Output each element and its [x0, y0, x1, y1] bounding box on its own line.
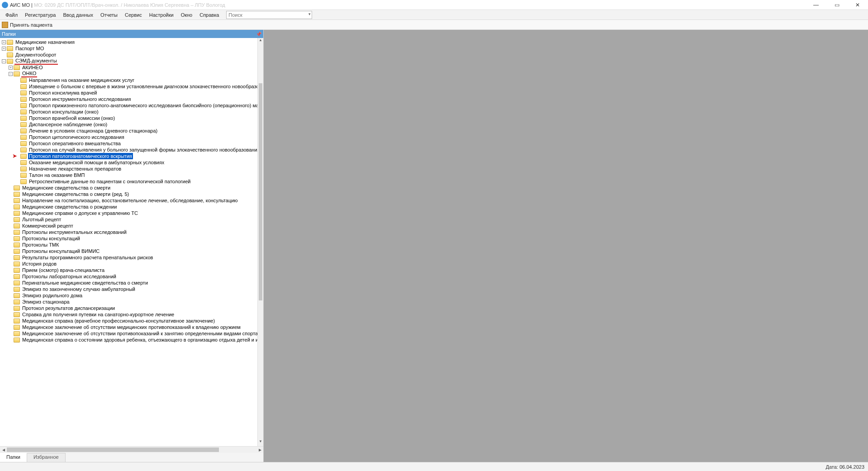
tree-row[interactable]: −ОНКО — [0, 71, 257, 77]
tree-item-label[interactable]: Медицинские справки о допуске к управлен… — [21, 210, 139, 216]
tree-item-label[interactable]: Оказание медицинской помощи в амбулаторн… — [28, 159, 165, 166]
menu-data-entry[interactable]: Ввод данных — [59, 11, 97, 19]
tree-item-label[interactable]: Льготный рецепт — [21, 216, 62, 223]
tree-row[interactable]: +АКИНЕО — [0, 64, 257, 71]
tree-item-label[interactable]: Паспорт МО — [14, 45, 45, 52]
tree-row[interactable]: Медицинская справка (врачебное профессио… — [0, 318, 257, 324]
maximize-button[interactable]: ▭ — [826, 0, 847, 10]
scroll-thumb[interactable] — [259, 83, 262, 300]
tree-row[interactable]: Медицинские свидетельства о рождении — [0, 204, 257, 210]
tree-item-label[interactable]: АКИНЕО — [21, 64, 44, 71]
tree-item-label[interactable]: СЭМД-документы — [14, 57, 58, 65]
tree-item-label[interactable]: Направления на оказание медицинских услу… — [28, 77, 135, 83]
tree-row[interactable]: Протокол результатов диспансеризации — [0, 305, 257, 311]
tree-item-label[interactable]: Эпикриз родильного дома — [21, 292, 83, 299]
tree-row[interactable]: Документооборот — [0, 52, 257, 58]
collapse-icon[interactable]: − — [2, 59, 6, 63]
accept-patient-icon[interactable] — [2, 22, 8, 28]
tree-row[interactable]: Извещение о больном с впервые в жизни ус… — [0, 83, 257, 90]
tree-item-label[interactable]: Справка для получения путевки на санатор… — [21, 311, 175, 318]
tree-row[interactable]: История родов — [0, 261, 257, 267]
tree-item-label[interactable]: Медицинская справка (врачебное профессио… — [21, 318, 216, 324]
tree-row[interactable]: Протокол прижизненного патолого-анатомич… — [0, 102, 257, 109]
tree-item-label[interactable]: Медицинские свидетельства о смерти — [21, 185, 111, 191]
tree-row[interactable]: Медицинская справка о состоянии здоровья… — [0, 337, 257, 343]
expand-icon[interactable]: + — [9, 66, 13, 70]
tree-item-label[interactable]: Перинатальные медицинские свидетельства … — [21, 280, 149, 286]
tree-row[interactable]: Протокол консультации (онко) — [0, 109, 257, 115]
tree-item-label[interactable]: Протоколы инструментальных исследований — [21, 229, 128, 235]
tree-item-label[interactable]: Прием (осмотр) врача-специалиста — [21, 267, 105, 273]
menu-reports[interactable]: Отчеты — [97, 11, 121, 19]
tree-row[interactable]: Эпикриз по законченному случаю амбулатор… — [0, 286, 257, 292]
hscroll-thumb[interactable] — [7, 447, 219, 452]
tree-item-label[interactable]: Протокол консультации (онко) — [28, 109, 100, 115]
tree-item-label[interactable]: Протоколы консультаций ВИМИС — [21, 248, 100, 254]
menu-settings[interactable]: Настройки — [146, 11, 177, 19]
tree-row[interactable]: Медицинские свидетельства о смерти (ред.… — [0, 191, 257, 197]
tree-row[interactable]: Протокол оперативного вмешательства — [0, 140, 257, 147]
tree-item-label[interactable]: Протокол цитологического исследования — [28, 134, 125, 140]
search-input[interactable] — [227, 12, 312, 18]
tree-row[interactable]: Льготный рецепт — [0, 216, 257, 223]
tree-row[interactable]: Медицинские справки о допуске к управлен… — [0, 210, 257, 216]
tab-folders[interactable]: Папки — [0, 453, 27, 462]
tree-row[interactable]: Медицинские свидетельства о смерти — [0, 185, 257, 191]
menu-window[interactable]: Окно — [177, 11, 196, 19]
expand-icon[interactable]: + — [2, 47, 6, 51]
tree-row[interactable]: Эпикриз стационара — [0, 299, 257, 305]
tree-item-label[interactable]: Протокол на случай выявления у больного … — [28, 147, 257, 153]
tree-item-label[interactable]: Назначение лекарственных препаратов — [28, 166, 122, 172]
tree-item-label[interactable]: ОНКО — [21, 70, 37, 77]
tree-item-label[interactable]: Протокол прижизненного патолого-анатомич… — [28, 102, 257, 109]
tree-item-label[interactable]: Коммерческий рецепт — [21, 223, 74, 229]
tree-row[interactable]: Протоколы лабораторных исследований — [0, 273, 257, 280]
tree-row[interactable]: Медицинское заключение об отсутствии про… — [0, 330, 257, 337]
tree-row[interactable]: Протоколы консультаций ВИМИС — [0, 248, 257, 254]
tree-item-label[interactable]: Медицинское заключение об отсутствии мед… — [21, 324, 242, 330]
tree-item-label[interactable]: Протокол результатов диспансеризации — [21, 305, 116, 311]
tree-row[interactable]: Талон на оказание ВМП — [0, 172, 257, 178]
tree-item-label[interactable]: Протокол врачебной комиссии (онко) — [28, 115, 116, 121]
tree-item-label[interactable]: Медицинские назначения — [14, 39, 76, 45]
minimize-button[interactable]: — — [806, 0, 826, 10]
tree-row[interactable]: Направление на госпитализацию, восстанов… — [0, 197, 257, 204]
tree-row[interactable]: Диспансерное наблюдение (онко) — [0, 121, 257, 128]
tree-row[interactable]: Справка для получения путевки на санатор… — [0, 311, 257, 318]
tree-item-label[interactable]: Протокол патологоанатомического вскрытия — [28, 153, 133, 159]
search-box[interactable]: ▾ — [226, 11, 312, 19]
scroll-down-icon[interactable]: ▼ — [258, 439, 263, 446]
tree-row[interactable]: Прием (осмотр) врача-специалиста — [0, 267, 257, 273]
horizontal-scrollbar[interactable]: ◀ ▶ — [0, 446, 263, 453]
tree-row[interactable]: Эпикриз родильного дома — [0, 292, 257, 299]
tree-row[interactable]: Протоколы консультаций — [0, 235, 257, 242]
tree-item-label[interactable]: Протоколы лабораторных исследований — [21, 273, 117, 280]
tree-row[interactable]: Протокол врачебной комиссии (онко) — [0, 115, 257, 121]
tree-item-label[interactable]: Протокол инструментального исследования — [28, 96, 132, 102]
tree-row[interactable]: Протокол патологоанатомического вскрытия — [0, 153, 257, 159]
scroll-up-icon[interactable]: ▲ — [258, 38, 263, 45]
close-button[interactable]: ✕ — [847, 0, 868, 10]
tree-item-label[interactable]: Талон на оказание ВМП — [28, 172, 86, 178]
tree-item-label[interactable]: Протоколы ТМК — [21, 242, 60, 248]
tree-item-label[interactable]: Лечение в условиях стационара (дневного … — [28, 128, 158, 134]
tree-row[interactable]: Лечение в условиях стационара (дневного … — [0, 128, 257, 134]
tree-item-label[interactable]: Эпикриз по законченному случаю амбулатор… — [21, 286, 136, 292]
menu-file[interactable]: Файл — [2, 11, 21, 19]
tree-item-label[interactable]: Документооборот — [14, 52, 57, 58]
tree-row[interactable]: Протокол на случай выявления у больного … — [0, 147, 257, 153]
tree-item-label[interactable]: Медицинское заключение об отсутствии про… — [21, 330, 257, 337]
tree-row[interactable]: Медицинское заключение об отсутствии мед… — [0, 324, 257, 330]
tree-row[interactable]: Направления на оказание медицинских услу… — [0, 77, 257, 83]
menu-help[interactable]: Справка — [196, 11, 223, 19]
tree-row[interactable]: Протоколы ТМК — [0, 242, 257, 248]
tree-item-label[interactable]: История родов — [21, 261, 57, 267]
scroll-right-icon[interactable]: ▶ — [256, 448, 263, 452]
collapse-icon[interactable]: − — [9, 72, 13, 76]
expand-icon[interactable]: + — [2, 40, 6, 44]
tree-item-label[interactable]: Протокол консилиума врачей — [28, 90, 98, 96]
vertical-scrollbar[interactable]: ▲ ▼ — [257, 38, 263, 446]
tree-item-label[interactable]: Медицинские свидетельства о рождении — [21, 204, 118, 210]
tree-item-label[interactable]: Результаты программного расчета пренатал… — [21, 254, 154, 261]
accept-patient-button[interactable]: Принять пациента — [10, 22, 52, 28]
